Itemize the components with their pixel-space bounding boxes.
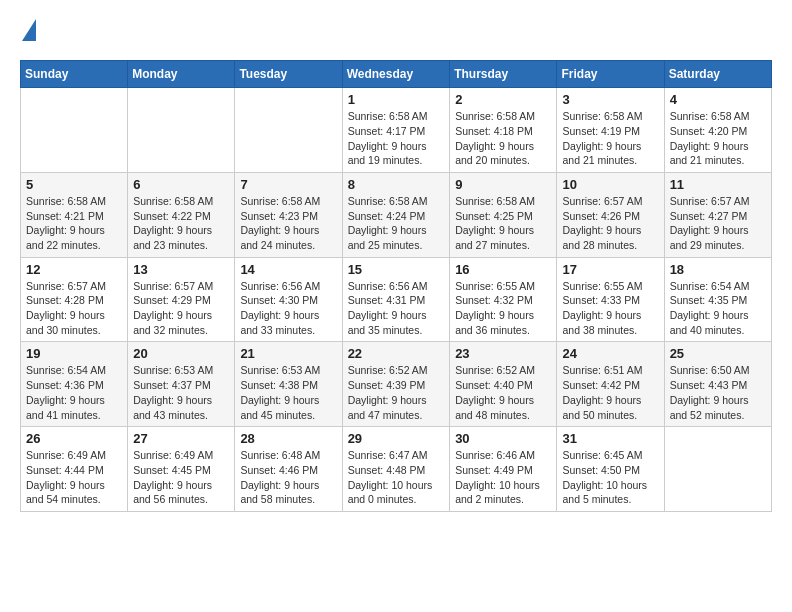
day-number: 17 <box>562 262 658 277</box>
calendar-cell: 13Sunrise: 6:57 AMSunset: 4:29 PMDayligh… <box>128 257 235 342</box>
day-info: Sunrise: 6:58 AMSunset: 4:24 PMDaylight:… <box>348 194 445 253</box>
calendar-cell: 1Sunrise: 6:58 AMSunset: 4:17 PMDaylight… <box>342 88 450 173</box>
day-number: 1 <box>348 92 445 107</box>
calendar-cell: 22Sunrise: 6:52 AMSunset: 4:39 PMDayligh… <box>342 342 450 427</box>
day-number: 4 <box>670 92 766 107</box>
calendar-cell: 10Sunrise: 6:57 AMSunset: 4:26 PMDayligh… <box>557 172 664 257</box>
day-number: 22 <box>348 346 445 361</box>
day-info: Sunrise: 6:53 AMSunset: 4:37 PMDaylight:… <box>133 363 229 422</box>
weekday-header-thursday: Thursday <box>450 61 557 88</box>
weekday-header-tuesday: Tuesday <box>235 61 342 88</box>
calendar-cell: 12Sunrise: 6:57 AMSunset: 4:28 PMDayligh… <box>21 257 128 342</box>
weekday-header-sunday: Sunday <box>21 61 128 88</box>
day-info: Sunrise: 6:50 AMSunset: 4:43 PMDaylight:… <box>670 363 766 422</box>
calendar-cell: 2Sunrise: 6:58 AMSunset: 4:18 PMDaylight… <box>450 88 557 173</box>
day-number: 8 <box>348 177 445 192</box>
calendar-cell: 17Sunrise: 6:55 AMSunset: 4:33 PMDayligh… <box>557 257 664 342</box>
day-number: 20 <box>133 346 229 361</box>
calendar-cell: 24Sunrise: 6:51 AMSunset: 4:42 PMDayligh… <box>557 342 664 427</box>
day-number: 18 <box>670 262 766 277</box>
day-info: Sunrise: 6:57 AMSunset: 4:29 PMDaylight:… <box>133 279 229 338</box>
calendar-week-row: 5Sunrise: 6:58 AMSunset: 4:21 PMDaylight… <box>21 172 772 257</box>
calendar-week-row: 12Sunrise: 6:57 AMSunset: 4:28 PMDayligh… <box>21 257 772 342</box>
day-info: Sunrise: 6:58 AMSunset: 4:17 PMDaylight:… <box>348 109 445 168</box>
day-info: Sunrise: 6:54 AMSunset: 4:35 PMDaylight:… <box>670 279 766 338</box>
day-number: 24 <box>562 346 658 361</box>
day-info: Sunrise: 6:45 AMSunset: 4:50 PMDaylight:… <box>562 448 658 507</box>
logo <box>20 20 36 44</box>
day-number: 14 <box>240 262 336 277</box>
calendar-cell: 19Sunrise: 6:54 AMSunset: 4:36 PMDayligh… <box>21 342 128 427</box>
day-number: 6 <box>133 177 229 192</box>
day-info: Sunrise: 6:57 AMSunset: 4:26 PMDaylight:… <box>562 194 658 253</box>
day-info: Sunrise: 6:46 AMSunset: 4:49 PMDaylight:… <box>455 448 551 507</box>
calendar-cell: 14Sunrise: 6:56 AMSunset: 4:30 PMDayligh… <box>235 257 342 342</box>
calendar-cell: 18Sunrise: 6:54 AMSunset: 4:35 PMDayligh… <box>664 257 771 342</box>
calendar-cell: 31Sunrise: 6:45 AMSunset: 4:50 PMDayligh… <box>557 427 664 512</box>
day-number: 7 <box>240 177 336 192</box>
day-info: Sunrise: 6:56 AMSunset: 4:31 PMDaylight:… <box>348 279 445 338</box>
page-header <box>20 20 772 44</box>
day-info: Sunrise: 6:52 AMSunset: 4:40 PMDaylight:… <box>455 363 551 422</box>
day-info: Sunrise: 6:57 AMSunset: 4:28 PMDaylight:… <box>26 279 122 338</box>
calendar-cell: 20Sunrise: 6:53 AMSunset: 4:37 PMDayligh… <box>128 342 235 427</box>
day-number: 15 <box>348 262 445 277</box>
calendar-cell <box>235 88 342 173</box>
calendar-cell: 26Sunrise: 6:49 AMSunset: 4:44 PMDayligh… <box>21 427 128 512</box>
day-info: Sunrise: 6:54 AMSunset: 4:36 PMDaylight:… <box>26 363 122 422</box>
weekday-header-row: SundayMondayTuesdayWednesdayThursdayFrid… <box>21 61 772 88</box>
calendar-table: SundayMondayTuesdayWednesdayThursdayFrid… <box>20 60 772 512</box>
logo-triangle-icon <box>22 19 36 41</box>
calendar-cell: 9Sunrise: 6:58 AMSunset: 4:25 PMDaylight… <box>450 172 557 257</box>
day-info: Sunrise: 6:53 AMSunset: 4:38 PMDaylight:… <box>240 363 336 422</box>
day-info: Sunrise: 6:56 AMSunset: 4:30 PMDaylight:… <box>240 279 336 338</box>
day-number: 5 <box>26 177 122 192</box>
calendar-cell <box>21 88 128 173</box>
day-info: Sunrise: 6:58 AMSunset: 4:19 PMDaylight:… <box>562 109 658 168</box>
calendar-cell: 7Sunrise: 6:58 AMSunset: 4:23 PMDaylight… <box>235 172 342 257</box>
day-number: 28 <box>240 431 336 446</box>
day-info: Sunrise: 6:58 AMSunset: 4:25 PMDaylight:… <box>455 194 551 253</box>
day-info: Sunrise: 6:49 AMSunset: 4:45 PMDaylight:… <box>133 448 229 507</box>
calendar-cell: 30Sunrise: 6:46 AMSunset: 4:49 PMDayligh… <box>450 427 557 512</box>
day-info: Sunrise: 6:51 AMSunset: 4:42 PMDaylight:… <box>562 363 658 422</box>
calendar-cell: 6Sunrise: 6:58 AMSunset: 4:22 PMDaylight… <box>128 172 235 257</box>
day-number: 11 <box>670 177 766 192</box>
day-info: Sunrise: 6:58 AMSunset: 4:20 PMDaylight:… <box>670 109 766 168</box>
day-info: Sunrise: 6:48 AMSunset: 4:46 PMDaylight:… <box>240 448 336 507</box>
day-info: Sunrise: 6:57 AMSunset: 4:27 PMDaylight:… <box>670 194 766 253</box>
day-number: 21 <box>240 346 336 361</box>
day-number: 12 <box>26 262 122 277</box>
calendar-week-row: 19Sunrise: 6:54 AMSunset: 4:36 PMDayligh… <box>21 342 772 427</box>
day-number: 26 <box>26 431 122 446</box>
weekday-header-friday: Friday <box>557 61 664 88</box>
day-number: 19 <box>26 346 122 361</box>
calendar-cell: 29Sunrise: 6:47 AMSunset: 4:48 PMDayligh… <box>342 427 450 512</box>
day-info: Sunrise: 6:47 AMSunset: 4:48 PMDaylight:… <box>348 448 445 507</box>
calendar-cell: 27Sunrise: 6:49 AMSunset: 4:45 PMDayligh… <box>128 427 235 512</box>
calendar-cell: 25Sunrise: 6:50 AMSunset: 4:43 PMDayligh… <box>664 342 771 427</box>
day-number: 31 <box>562 431 658 446</box>
calendar-week-row: 1Sunrise: 6:58 AMSunset: 4:17 PMDaylight… <box>21 88 772 173</box>
calendar-cell: 28Sunrise: 6:48 AMSunset: 4:46 PMDayligh… <box>235 427 342 512</box>
day-number: 16 <box>455 262 551 277</box>
day-info: Sunrise: 6:49 AMSunset: 4:44 PMDaylight:… <box>26 448 122 507</box>
day-info: Sunrise: 6:58 AMSunset: 4:22 PMDaylight:… <box>133 194 229 253</box>
day-number: 29 <box>348 431 445 446</box>
weekday-header-wednesday: Wednesday <box>342 61 450 88</box>
day-number: 9 <box>455 177 551 192</box>
calendar-cell <box>664 427 771 512</box>
calendar-cell: 5Sunrise: 6:58 AMSunset: 4:21 PMDaylight… <box>21 172 128 257</box>
day-info: Sunrise: 6:58 AMSunset: 4:21 PMDaylight:… <box>26 194 122 253</box>
weekday-header-saturday: Saturday <box>664 61 771 88</box>
day-info: Sunrise: 6:58 AMSunset: 4:18 PMDaylight:… <box>455 109 551 168</box>
day-number: 2 <box>455 92 551 107</box>
calendar-cell: 11Sunrise: 6:57 AMSunset: 4:27 PMDayligh… <box>664 172 771 257</box>
calendar-cell: 21Sunrise: 6:53 AMSunset: 4:38 PMDayligh… <box>235 342 342 427</box>
day-info: Sunrise: 6:52 AMSunset: 4:39 PMDaylight:… <box>348 363 445 422</box>
day-number: 25 <box>670 346 766 361</box>
calendar-cell: 8Sunrise: 6:58 AMSunset: 4:24 PMDaylight… <box>342 172 450 257</box>
day-number: 13 <box>133 262 229 277</box>
calendar-cell: 16Sunrise: 6:55 AMSunset: 4:32 PMDayligh… <box>450 257 557 342</box>
day-number: 10 <box>562 177 658 192</box>
